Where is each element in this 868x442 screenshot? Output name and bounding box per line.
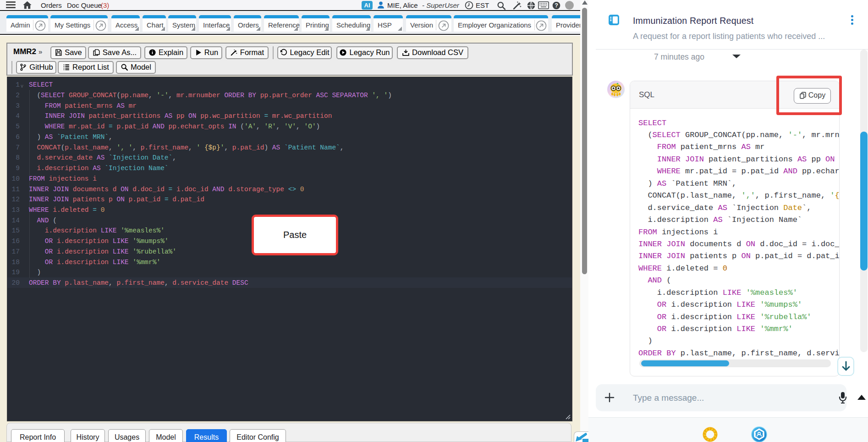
svg-text:?: ? — [555, 2, 558, 9]
